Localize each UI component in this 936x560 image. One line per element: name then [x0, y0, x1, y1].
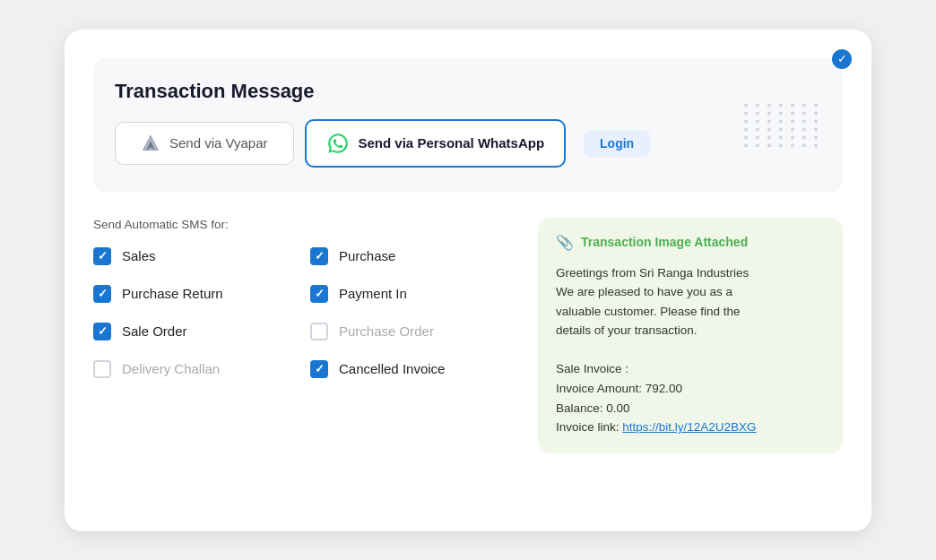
message-card-title: Transaction Image Attached: [581, 235, 748, 249]
checkbox-purchase[interactable]: [310, 247, 328, 265]
dot: [791, 103, 794, 107]
checkbox-label-delivery-challan: Delivery Challan: [122, 361, 220, 376]
checkbox-label-sale-order: Sale Order: [122, 323, 187, 339]
sms-panel: Send Automatic SMS for: SalesPurchasePur…: [93, 218, 513, 453]
dot: [744, 119, 748, 123]
checkbox-label-purchase-return: Purchase Return: [122, 286, 223, 301]
dot: [744, 103, 748, 107]
msg-line4: details of your transaction.: [556, 323, 698, 337]
dot: [756, 143, 759, 147]
dot: [744, 111, 748, 115]
msg-line2: We are pleased to have you as a: [556, 285, 732, 298]
dot: [779, 135, 783, 139]
dot: [779, 127, 783, 131]
msg-line3: valuable customer. Please find the: [556, 305, 741, 318]
dot: [802, 111, 806, 115]
dots-decoration: [744, 103, 821, 147]
checkbox-label-purchase: Purchase: [339, 248, 395, 263]
dot: [791, 127, 794, 131]
dot: [814, 135, 818, 139]
message-card-header: 📎 Transaction Image Attached: [556, 234, 825, 251]
paperclip-icon: 📎: [556, 234, 574, 251]
checkbox-item-purchase[interactable]: Purchase: [310, 247, 513, 265]
invoice-amount: Invoice Amount: 792.00: [556, 382, 682, 395]
checkbox-label-sales: Sales: [122, 248, 156, 263]
whatsapp-icon: [326, 132, 350, 155]
dot: [779, 119, 783, 123]
checkbox-label-purchase-order: Purchase Order: [339, 323, 434, 339]
dot: [802, 103, 806, 107]
send-vyapar-button[interactable]: Send via Vyapar: [115, 122, 294, 165]
dot: [756, 119, 759, 123]
dot: [791, 119, 794, 123]
dot: [767, 127, 771, 131]
dot: [791, 111, 794, 115]
send-vyapar-label: Send via Vyapar: [169, 135, 268, 151]
checkbox-payment-in[interactable]: [310, 285, 328, 303]
dot: [767, 119, 771, 123]
message-body: Greetings from Sri Ranga Industries We a…: [556, 263, 825, 437]
msg-line1: Greetings from Sri Ranga Industries: [556, 266, 749, 280]
dot: [814, 127, 818, 131]
dot: [791, 135, 794, 139]
send-whatsapp-button[interactable]: Send via Personal WhatsApp: [305, 119, 567, 168]
dot: [779, 103, 783, 107]
checkbox-label-payment-in: Payment In: [339, 286, 407, 301]
checkbox-grid: SalesPurchasePurchase ReturnPayment InSa…: [93, 247, 513, 378]
sms-label: Send Automatic SMS for:: [93, 218, 513, 231]
top-section: Transaction Message Send via Vyapar Send…: [93, 58, 843, 193]
balance: Balance: 0.00: [556, 401, 630, 415]
dot: [814, 143, 818, 147]
dot: [767, 135, 771, 139]
invoice-link-label: Invoice link:: [556, 420, 622, 434]
dot: [767, 103, 771, 107]
dot: [767, 111, 771, 115]
dot: [756, 127, 759, 131]
dot: [744, 135, 748, 139]
login-button[interactable]: Login: [584, 130, 650, 157]
checkbox-item-sale-order[interactable]: Sale Order: [93, 323, 296, 340]
checkbox-item-payment-in[interactable]: Payment In: [310, 285, 513, 303]
dot: [756, 111, 759, 115]
send-whatsapp-label: Send via Personal WhatsApp: [359, 135, 545, 151]
dot: [814, 119, 818, 123]
dot: [802, 135, 806, 139]
invoice-link[interactable]: https://bit.ly/12A2U2BXG: [622, 420, 756, 434]
button-row: Send via Vyapar Send via Personal WhatsA…: [115, 119, 821, 168]
checkbox-item-sales[interactable]: Sales: [93, 247, 296, 265]
checkbox-delivery-challan[interactable]: [93, 360, 111, 378]
checkbox-item-purchase-return[interactable]: Purchase Return: [93, 285, 296, 303]
message-card: 📎 Transaction Image Attached Greetings f…: [538, 218, 843, 453]
dot: [802, 143, 806, 147]
dot: [744, 127, 748, 131]
checkbox-item-purchase-order[interactable]: Purchase Order: [310, 323, 513, 340]
dot: [791, 143, 794, 147]
dot: [802, 119, 806, 123]
bottom-section: Send Automatic SMS for: SalesPurchasePur…: [93, 218, 843, 453]
dot: [779, 111, 783, 115]
dot: [744, 143, 748, 147]
checkbox-sale-order[interactable]: [93, 323, 111, 340]
dot: [767, 143, 771, 147]
checkbox-sales[interactable]: [93, 247, 111, 265]
checkbox-purchase-order[interactable]: [310, 323, 328, 340]
checkbox-purchase-return[interactable]: [93, 285, 111, 303]
dot: [814, 111, 818, 115]
dot: [756, 135, 759, 139]
dot: [814, 103, 818, 107]
sale-invoice-label: Sale Invoice :: [556, 362, 628, 375]
vyapar-icon: [141, 134, 160, 153]
dot: [756, 103, 759, 107]
checkbox-cancelled-invoice[interactable]: [310, 360, 328, 378]
checkbox-item-cancelled-invoice[interactable]: Cancelled Invoice: [310, 360, 513, 378]
dot: [779, 143, 783, 147]
selected-badge: ✓: [832, 49, 852, 69]
checkbox-label-cancelled-invoice: Cancelled Invoice: [339, 361, 445, 376]
main-card: Transaction Message Send via Vyapar Send…: [65, 30, 871, 531]
checkbox-item-delivery-challan[interactable]: Delivery Challan: [93, 360, 296, 378]
section-title: Transaction Message: [115, 80, 821, 103]
dot: [802, 127, 806, 131]
